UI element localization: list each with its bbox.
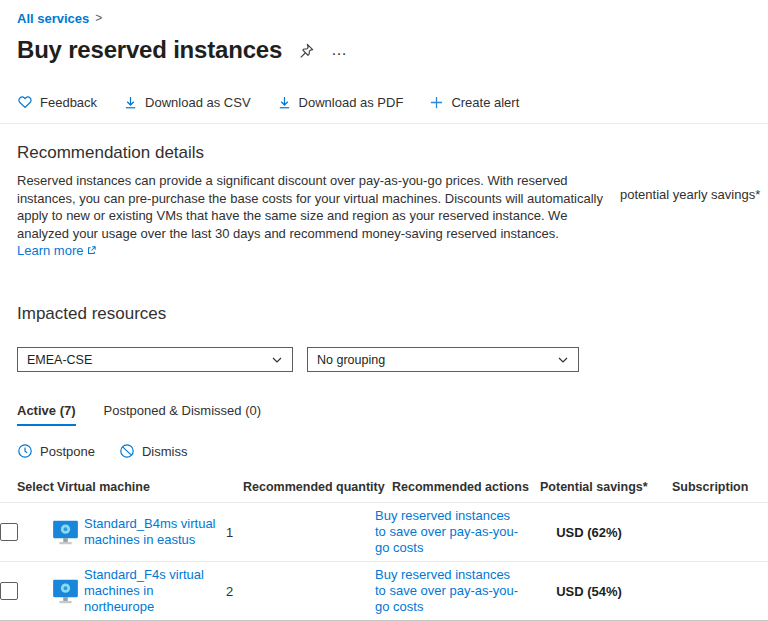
toolbar-divider xyxy=(0,123,768,124)
create-alert-label: Create alert xyxy=(451,95,519,110)
recommendation-details-section: Recommendation details Reserved instance… xyxy=(17,143,768,258)
blocked-icon xyxy=(119,443,135,459)
col-recommended-actions: Recommended actions xyxy=(392,480,540,494)
heart-icon xyxy=(17,94,33,110)
download-csv-button[interactable]: Download as CSV xyxy=(123,95,251,110)
scope-filter-dropdown[interactable]: EMEA-CSE xyxy=(17,347,293,372)
feedback-button[interactable]: Feedback xyxy=(17,94,97,110)
page-title: Buy reserved instances xyxy=(17,36,282,64)
scope-filter-value: EMEA-CSE xyxy=(27,353,92,367)
grouping-dropdown[interactable]: No grouping xyxy=(307,347,579,372)
impacted-resources-heading: Impacted resources xyxy=(17,304,768,324)
potential-savings-value: USD (54%) xyxy=(523,584,655,599)
table-row: Standard_F4s virtual machines in northeu… xyxy=(0,562,768,621)
table-row: Standard_B4ms virtual machines in eastus… xyxy=(0,503,768,562)
vm-link[interactable]: Standard_B4ms virtual machines in eastus xyxy=(84,516,216,548)
learn-more-link[interactable]: Learn more xyxy=(17,243,97,258)
recommendation-text: Reserved instances can provide a signifi… xyxy=(17,172,623,242)
plus-icon xyxy=(429,95,444,110)
filters-row: EMEA-CSE No grouping xyxy=(17,347,768,372)
toolbar: Feedback Download as CSV Download as PDF… xyxy=(17,90,768,114)
download-csv-label: Download as CSV xyxy=(145,95,251,110)
row-select-checkbox[interactable] xyxy=(0,582,18,600)
grouping-value: No grouping xyxy=(317,353,385,367)
col-virtual-machine: Virtual machine xyxy=(57,480,243,494)
more-options-icon[interactable]: … xyxy=(331,45,348,55)
download-icon xyxy=(277,95,292,110)
learn-more-label: Learn more xyxy=(17,243,83,258)
breadcrumb: All services > xyxy=(0,0,768,26)
recommendation-details-heading: Recommendation details xyxy=(17,143,768,163)
recommended-quantity-value: 2 xyxy=(226,584,375,599)
create-alert-button[interactable]: Create alert xyxy=(429,95,519,110)
download-pdf-button[interactable]: Download as PDF xyxy=(277,95,404,110)
col-select: Select xyxy=(17,480,57,494)
postpone-button[interactable]: Postpone xyxy=(17,443,95,459)
virtual-machine-icon xyxy=(52,579,79,604)
command-bar: Postpone Dismiss xyxy=(17,443,768,459)
clock-icon xyxy=(17,443,33,459)
recommended-quantity-value: 1 xyxy=(226,525,375,540)
recommended-action-link[interactable]: Buy reserved instances to save over pay-… xyxy=(375,508,521,556)
buy-reserved-instances-page: All services > Buy reserved instances … … xyxy=(0,0,768,621)
potential-yearly-savings-label: potential yearly savings* xyxy=(620,187,760,202)
breadcrumb-all-services-link[interactable]: All services xyxy=(17,11,89,26)
row-select-checkbox[interactable] xyxy=(0,523,18,541)
table-header-row: Select Virtual machine Recommended quant… xyxy=(0,472,768,503)
postpone-label: Postpone xyxy=(40,444,95,459)
chevron-down-icon xyxy=(271,354,283,366)
download-pdf-label: Download as PDF xyxy=(299,95,404,110)
recommendations-table: Select Virtual machine Recommended quant… xyxy=(0,472,768,621)
virtual-machine-icon xyxy=(52,520,79,545)
pin-icon[interactable] xyxy=(298,42,315,59)
col-recommended-quantity: Recommended quantity xyxy=(243,480,392,494)
tab-bar: Active (7) Postponed & Dismissed (0) xyxy=(17,403,768,426)
external-link-icon xyxy=(86,245,97,256)
tab-postponed-dismissed[interactable]: Postponed & Dismissed (0) xyxy=(104,403,262,426)
potential-savings-value: USD (62%) xyxy=(523,525,655,540)
dismiss-label: Dismiss xyxy=(142,444,188,459)
vm-link[interactable]: Standard_F4s virtual machines in northeu… xyxy=(84,567,216,615)
tab-active[interactable]: Active (7) xyxy=(17,403,76,426)
dismiss-button[interactable]: Dismiss xyxy=(119,443,188,459)
chevron-down-icon xyxy=(557,354,569,366)
recommended-action-link[interactable]: Buy reserved instances to save over pay-… xyxy=(375,567,521,615)
col-subscription: Subscription xyxy=(672,480,768,494)
download-icon xyxy=(123,95,138,110)
feedback-label: Feedback xyxy=(40,95,97,110)
title-row: Buy reserved instances … xyxy=(17,34,768,66)
col-potential-savings: Potential savings* xyxy=(540,480,672,494)
breadcrumb-separator-icon: > xyxy=(95,11,102,25)
